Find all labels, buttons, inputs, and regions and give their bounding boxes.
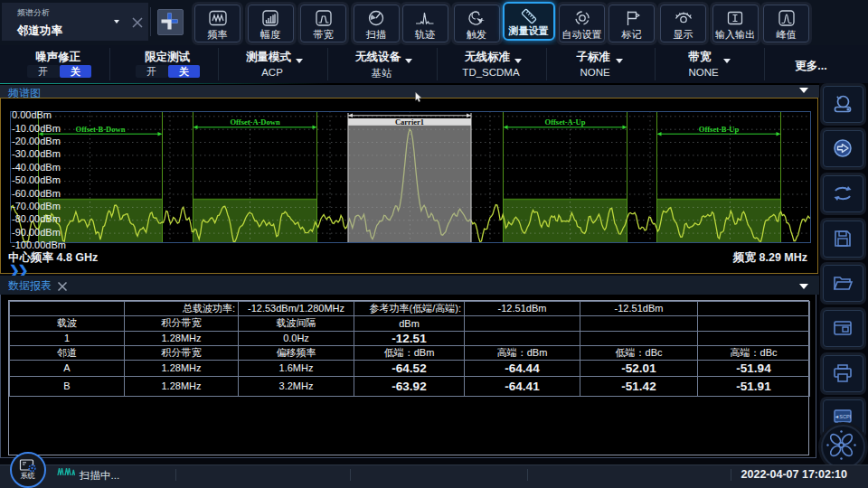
svg-text:Carrier1: Carrier1 [395,117,424,126]
svg-text:◄SCPI: ◄SCPI [835,414,852,419]
svg-text:Offset-B-Down: Offset-B-Down [76,124,126,133]
svg-text:Offset-B-Up: Offset-B-Up [699,124,740,133]
svg-text:Offset-A-Down: Offset-A-Down [230,117,280,127]
svg-text:Offset-A-Up: Offset-A-Up [545,117,586,127]
